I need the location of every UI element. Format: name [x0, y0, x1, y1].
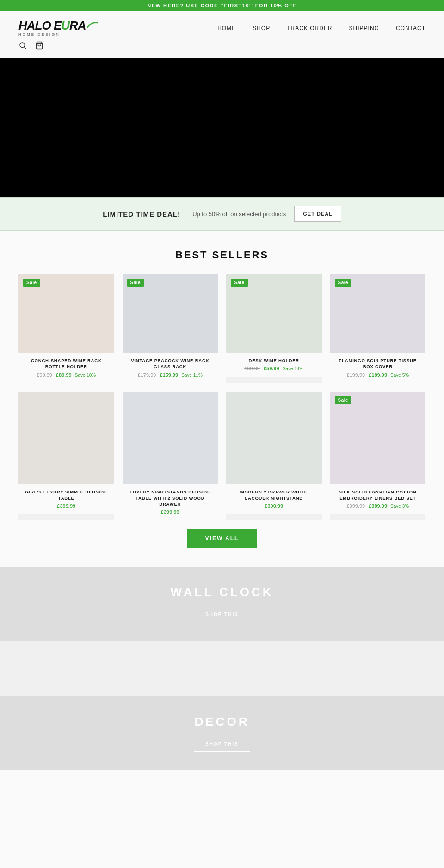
- sale-badge: Sale: [231, 279, 248, 287]
- product-image: [330, 392, 426, 484]
- price-sale: £159.99: [160, 372, 178, 378]
- price-save: Save 3%: [390, 504, 409, 509]
- view-all-button[interactable]: VIEW ALL: [187, 529, 258, 548]
- product-card[interactable]: GIRL'S LUXURY SIMPLE BEDSIDE TABLE £399.…: [18, 392, 114, 521]
- search-button[interactable]: [18, 41, 27, 52]
- product-price: £199.99 £189.99 Save 5%: [334, 372, 422, 378]
- nav-track-order[interactable]: TRACK ORDER: [287, 25, 332, 31]
- nav-contact[interactable]: CONTACT: [396, 25, 426, 31]
- product-name: DESK WINE HOLDER: [230, 357, 318, 363]
- top-banner: NEW HERE? USE CODE ''FIRST10'' FOR 10% O…: [0, 0, 444, 11]
- view-all-wrap: VIEW ALL: [18, 529, 426, 548]
- product-price: £300.99: [230, 503, 318, 509]
- logo-subtitle: HOME DESIGN: [18, 32, 60, 37]
- product-price: £99.99 £89.99 Save 10%: [22, 372, 111, 378]
- product-info: GIRL'S LUXURY SIMPLE BEDSIDE TABLE £399.…: [18, 484, 114, 515]
- product-name: LUXURY NIGHTSTANDS BEDSIDE TABLE WITH 2 …: [126, 489, 215, 507]
- price-sale: £389.99: [369, 503, 387, 509]
- cart-button[interactable]: [35, 41, 43, 52]
- best-sellers-section: BEST SELLERS Sale CONCH-SHAPED WINE RACK…: [0, 231, 444, 567]
- wall-clock-shop-button[interactable]: SHOP THIS: [194, 607, 250, 622]
- cart-icon: [35, 41, 43, 50]
- price-original: £69.99: [244, 366, 260, 371]
- product-price: £69.99 £59.99 Save 14%: [230, 366, 318, 371]
- logo[interactable]: HALO EURA HOME DESIGN: [18, 19, 98, 37]
- deal-sub-text: Up to 50% off on selected products: [192, 211, 286, 218]
- product-grid-row2: GIRL'S LUXURY SIMPLE BEDSIDE TABLE £399.…: [18, 392, 426, 521]
- product-card[interactable]: Sale DESK WINE HOLDER £69.99 £59.99 Save…: [226, 274, 322, 383]
- product-info: MODERN 2 DRAWER WHITE LACQUER NIGHTSTAND…: [226, 484, 322, 515]
- product-card[interactable]: Sale SILK SOLID EGYPTIAN COTTON EMBROIDE…: [330, 392, 426, 521]
- deal-banner: LIMITED TIME DEAL! Up to 50% off on sele…: [0, 197, 444, 231]
- price-original: £399.99: [346, 503, 365, 509]
- price-original: £179.99: [138, 372, 156, 378]
- svg-point-0: [20, 43, 25, 48]
- wall-clock-banner: WALL CLOCK SHOP THIS: [0, 567, 444, 641]
- price-save: Save 11%: [181, 373, 203, 378]
- price-save: Save 14%: [283, 366, 304, 371]
- product-info: DESK WINE HOLDER £69.99 £59.99 Save 14%: [226, 353, 322, 377]
- product-info: CONCH-SHAPED WINE RACK BOTTLE HOLDER £99…: [18, 353, 114, 383]
- product-grid-row1: Sale CONCH-SHAPED WINE RACK BOTTLE HOLDE…: [18, 274, 426, 383]
- product-price: £399.99: [126, 509, 215, 515]
- hero-image: [0, 58, 444, 197]
- product-image: [18, 392, 114, 484]
- price-regular: £300.99: [265, 503, 283, 509]
- decor-shop-button[interactable]: SHOP THIS: [194, 737, 250, 752]
- logo-text: HALO EURA: [18, 19, 98, 31]
- product-price: £399.99: [22, 503, 111, 509]
- decor-banner: DECOR SHOP THIS: [0, 696, 444, 770]
- product-card[interactable]: Sale VINTAGE PEACOCK WINE RACK GLASS RAC…: [123, 274, 218, 383]
- product-card[interactable]: LUXURY NIGHTSTANDS BEDSIDE TABLE WITH 2 …: [123, 392, 218, 521]
- price-save: Save 5%: [390, 373, 409, 378]
- price-sale: £189.99: [369, 372, 387, 378]
- get-deal-button[interactable]: GET DEAL: [294, 206, 341, 222]
- sale-badge: Sale: [335, 279, 352, 287]
- product-name: MODERN 2 DRAWER WHITE LACQUER NIGHTSTAND: [230, 489, 318, 501]
- product-info: FLAMINGO SCULPTURE TISSUE BOX COVER £199…: [330, 353, 426, 383]
- product-card[interactable]: Sale FLAMINGO SCULPTURE TISSUE BOX COVER…: [330, 274, 426, 383]
- product-image: [123, 392, 218, 484]
- spacer-section: [0, 641, 444, 696]
- product-info: SILK SOLID EGYPTIAN COTTON EMBROIDERY LI…: [330, 484, 426, 515]
- sale-badge: Sale: [127, 279, 144, 287]
- price-regular: £399.99: [57, 503, 75, 509]
- product-image: [226, 392, 322, 484]
- product-name: SILK SOLID EGYPTIAN COTTON EMBROIDERY LI…: [334, 489, 422, 501]
- sale-badge: Sale: [23, 279, 40, 287]
- price-sale: £59.99: [264, 366, 279, 371]
- product-price: £399.99 £389.99 Save 3%: [334, 503, 422, 509]
- main-nav: HOME SHOP TRACK ORDER SHIPPING CONTACT: [217, 25, 426, 31]
- decor-title: DECOR: [195, 715, 250, 729]
- product-card[interactable]: Sale CONCH-SHAPED WINE RACK BOTTLE HOLDE…: [18, 274, 114, 383]
- logo-swoosh-icon: [87, 22, 98, 28]
- header: HALO EURA HOME DESIGN HOME SHOP TRACK OR…: [0, 11, 444, 58]
- price-sale: £89.99: [56, 372, 72, 378]
- product-name: VINTAGE PEACOCK WINE RACK GLASS RACK: [126, 357, 215, 370]
- price-original: £199.99: [346, 372, 365, 378]
- top-banner-text: NEW HERE? USE CODE ''FIRST10'' FOR 10% O…: [147, 3, 296, 8]
- nav-shipping[interactable]: SHIPPING: [349, 25, 379, 31]
- product-name: FLAMINGO SCULPTURE TISSUE BOX COVER: [334, 357, 422, 370]
- best-sellers-title: BEST SELLERS: [18, 249, 426, 261]
- wall-clock-title: WALL CLOCK: [171, 585, 274, 599]
- product-info: LUXURY NIGHTSTANDS BEDSIDE TABLE WITH 2 …: [123, 484, 218, 521]
- price-save: Save 10%: [75, 373, 96, 378]
- price-original: £99.99: [37, 372, 52, 378]
- nav-shop[interactable]: SHOP: [253, 25, 270, 31]
- product-price: £179.99 £159.99 Save 11%: [126, 372, 215, 378]
- header-icons: [18, 37, 426, 58]
- header-top: HALO EURA HOME DESIGN HOME SHOP TRACK OR…: [18, 19, 426, 37]
- product-info: VINTAGE PEACOCK WINE RACK GLASS RACK £17…: [123, 353, 218, 383]
- svg-line-1: [24, 47, 26, 49]
- product-card[interactable]: MODERN 2 DRAWER WHITE LACQUER NIGHTSTAND…: [226, 392, 322, 521]
- product-name: GIRL'S LUXURY SIMPLE BEDSIDE TABLE: [22, 489, 111, 501]
- price-regular: £399.99: [161, 509, 179, 515]
- search-icon: [18, 41, 27, 50]
- nav-home[interactable]: HOME: [217, 25, 236, 31]
- product-name: CONCH-SHAPED WINE RACK BOTTLE HOLDER: [22, 357, 111, 370]
- deal-bold-text: LIMITED TIME DEAL!: [103, 210, 180, 218]
- sale-badge: Sale: [335, 396, 352, 404]
